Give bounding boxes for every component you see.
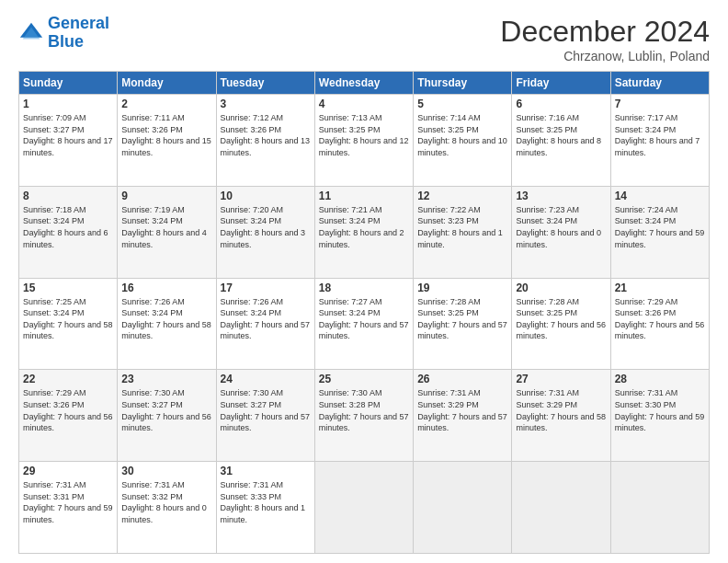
table-row: 13 Sunrise: 7:23 AM Sunset: 3:24 PM Dayl… xyxy=(512,186,610,278)
table-row xyxy=(610,462,709,554)
table-row: 14 Sunrise: 7:24 AM Sunset: 3:24 PM Dayl… xyxy=(610,186,709,278)
col-friday: Friday xyxy=(512,72,610,95)
table-row: 19 Sunrise: 7:28 AM Sunset: 3:25 PM Dayl… xyxy=(414,278,512,370)
day-number: 1 xyxy=(23,98,113,110)
calendar-week-row: 1 Sunrise: 7:09 AM Sunset: 3:27 PM Dayli… xyxy=(19,95,710,187)
page: General Blue December 2024 Chrzanow, Lub… xyxy=(0,0,728,563)
day-number: 27 xyxy=(516,373,606,385)
day-info: Sunrise: 7:31 AM Sunset: 3:31 PM Dayligh… xyxy=(23,479,113,525)
day-info: Sunrise: 7:14 AM Sunset: 3:25 PM Dayligh… xyxy=(417,112,507,158)
day-number: 4 xyxy=(319,98,409,110)
day-number: 13 xyxy=(516,190,606,202)
day-info: Sunrise: 7:26 AM Sunset: 3:24 PM Dayligh… xyxy=(121,296,211,342)
day-info: Sunrise: 7:29 AM Sunset: 3:26 PM Dayligh… xyxy=(615,296,705,342)
table-row: 5 Sunrise: 7:14 AM Sunset: 3:25 PM Dayli… xyxy=(414,95,512,187)
day-info: Sunrise: 7:26 AM Sunset: 3:24 PM Dayligh… xyxy=(221,296,311,342)
day-info: Sunrise: 7:18 AM Sunset: 3:24 PM Dayligh… xyxy=(23,204,113,250)
table-row: 24 Sunrise: 7:30 AM Sunset: 3:27 PM Dayl… xyxy=(216,370,314,462)
day-info: Sunrise: 7:22 AM Sunset: 3:23 PM Dayligh… xyxy=(417,204,507,250)
col-saturday: Saturday xyxy=(610,72,709,95)
table-row: 30 Sunrise: 7:31 AM Sunset: 3:32 PM Dayl… xyxy=(118,462,216,554)
table-row: 29 Sunrise: 7:31 AM Sunset: 3:31 PM Dayl… xyxy=(19,462,118,554)
day-info: Sunrise: 7:31 AM Sunset: 3:32 PM Dayligh… xyxy=(121,479,211,525)
day-number: 19 xyxy=(417,282,507,294)
day-info: Sunrise: 7:20 AM Sunset: 3:24 PM Dayligh… xyxy=(221,204,311,250)
day-number: 18 xyxy=(319,282,409,294)
header: General Blue December 2024 Chrzanow, Lub… xyxy=(18,15,710,63)
table-row: 31 Sunrise: 7:31 AM Sunset: 3:33 PM Dayl… xyxy=(216,462,314,554)
day-info: Sunrise: 7:31 AM Sunset: 3:30 PM Dayligh… xyxy=(615,387,705,433)
day-info: Sunrise: 7:25 AM Sunset: 3:24 PM Dayligh… xyxy=(23,296,113,342)
day-number: 16 xyxy=(121,282,211,294)
calendar: Sunday Monday Tuesday Wednesday Thursday… xyxy=(18,71,710,554)
table-row: 26 Sunrise: 7:31 AM Sunset: 3:29 PM Dayl… xyxy=(414,370,512,462)
day-number: 26 xyxy=(417,373,507,385)
day-number: 2 xyxy=(121,98,211,110)
location: Chrzanow, Lublin, Poland xyxy=(500,49,710,63)
col-monday: Monday xyxy=(118,72,216,95)
table-row: 20 Sunrise: 7:28 AM Sunset: 3:25 PM Dayl… xyxy=(512,278,610,370)
day-info: Sunrise: 7:29 AM Sunset: 3:26 PM Dayligh… xyxy=(23,387,113,433)
day-info: Sunrise: 7:23 AM Sunset: 3:24 PM Dayligh… xyxy=(516,204,606,250)
day-number: 23 xyxy=(121,373,211,385)
col-tuesday: Tuesday xyxy=(216,72,314,95)
table-row: 10 Sunrise: 7:20 AM Sunset: 3:24 PM Dayl… xyxy=(216,186,314,278)
table-row: 3 Sunrise: 7:12 AM Sunset: 3:26 PM Dayli… xyxy=(216,95,314,187)
day-number: 22 xyxy=(23,373,113,385)
day-number: 15 xyxy=(23,282,113,294)
day-info: Sunrise: 7:21 AM Sunset: 3:24 PM Dayligh… xyxy=(319,204,409,250)
logo: General Blue xyxy=(18,15,109,52)
day-number: 6 xyxy=(516,98,606,110)
calendar-week-row: 29 Sunrise: 7:31 AM Sunset: 3:31 PM Dayl… xyxy=(19,462,710,554)
day-number: 28 xyxy=(615,373,705,385)
table-row: 4 Sunrise: 7:13 AM Sunset: 3:25 PM Dayli… xyxy=(314,95,413,187)
table-row: 11 Sunrise: 7:21 AM Sunset: 3:24 PM Dayl… xyxy=(314,186,413,278)
day-info: Sunrise: 7:24 AM Sunset: 3:24 PM Dayligh… xyxy=(615,204,705,250)
calendar-header-row: Sunday Monday Tuesday Wednesday Thursday… xyxy=(19,72,710,95)
day-number: 14 xyxy=(615,190,705,202)
day-info: Sunrise: 7:09 AM Sunset: 3:27 PM Dayligh… xyxy=(23,112,113,158)
day-number: 17 xyxy=(221,282,311,294)
day-info: Sunrise: 7:31 AM Sunset: 3:29 PM Dayligh… xyxy=(516,387,606,433)
day-info: Sunrise: 7:30 AM Sunset: 3:27 PM Dayligh… xyxy=(121,387,211,433)
table-row: 6 Sunrise: 7:16 AM Sunset: 3:25 PM Dayli… xyxy=(512,95,610,187)
day-number: 5 xyxy=(417,98,507,110)
col-sunday: Sunday xyxy=(19,72,118,95)
day-info: Sunrise: 7:31 AM Sunset: 3:33 PM Dayligh… xyxy=(221,479,311,525)
day-number: 29 xyxy=(23,465,113,477)
col-thursday: Thursday xyxy=(414,72,512,95)
logo-text: General Blue xyxy=(48,15,109,52)
day-info: Sunrise: 7:28 AM Sunset: 3:25 PM Dayligh… xyxy=(417,296,507,342)
table-row: 21 Sunrise: 7:29 AM Sunset: 3:26 PM Dayl… xyxy=(610,278,709,370)
day-number: 10 xyxy=(221,190,311,202)
table-row: 18 Sunrise: 7:27 AM Sunset: 3:24 PM Dayl… xyxy=(314,278,413,370)
table-row: 8 Sunrise: 7:18 AM Sunset: 3:24 PM Dayli… xyxy=(19,186,118,278)
table-row: 12 Sunrise: 7:22 AM Sunset: 3:23 PM Dayl… xyxy=(414,186,512,278)
day-number: 11 xyxy=(319,190,409,202)
table-row: 25 Sunrise: 7:30 AM Sunset: 3:28 PM Dayl… xyxy=(314,370,413,462)
day-number: 12 xyxy=(417,190,507,202)
calendar-week-row: 22 Sunrise: 7:29 AM Sunset: 3:26 PM Dayl… xyxy=(19,370,710,462)
table-row: 17 Sunrise: 7:26 AM Sunset: 3:24 PM Dayl… xyxy=(216,278,314,370)
day-info: Sunrise: 7:13 AM Sunset: 3:25 PM Dayligh… xyxy=(319,112,409,158)
day-number: 24 xyxy=(221,373,311,385)
day-number: 25 xyxy=(319,373,409,385)
title-block: December 2024 Chrzanow, Lublin, Poland xyxy=(500,15,710,63)
month-title: December 2024 xyxy=(500,15,710,49)
table-row: 28 Sunrise: 7:31 AM Sunset: 3:30 PM Dayl… xyxy=(610,370,709,462)
day-number: 21 xyxy=(615,282,705,294)
day-number: 31 xyxy=(221,465,311,477)
day-info: Sunrise: 7:28 AM Sunset: 3:25 PM Dayligh… xyxy=(516,296,606,342)
day-number: 8 xyxy=(23,190,113,202)
table-row: 2 Sunrise: 7:11 AM Sunset: 3:26 PM Dayli… xyxy=(118,95,216,187)
day-info: Sunrise: 7:27 AM Sunset: 3:24 PM Dayligh… xyxy=(319,296,409,342)
day-info: Sunrise: 7:12 AM Sunset: 3:26 PM Dayligh… xyxy=(221,112,311,158)
day-info: Sunrise: 7:30 AM Sunset: 3:27 PM Dayligh… xyxy=(221,387,311,433)
day-number: 20 xyxy=(516,282,606,294)
table-row xyxy=(314,462,413,554)
day-number: 3 xyxy=(221,98,311,110)
table-row: 7 Sunrise: 7:17 AM Sunset: 3:24 PM Dayli… xyxy=(610,95,709,187)
day-info: Sunrise: 7:16 AM Sunset: 3:25 PM Dayligh… xyxy=(516,112,606,158)
day-info: Sunrise: 7:30 AM Sunset: 3:28 PM Dayligh… xyxy=(319,387,409,433)
table-row: 9 Sunrise: 7:19 AM Sunset: 3:24 PM Dayli… xyxy=(118,186,216,278)
